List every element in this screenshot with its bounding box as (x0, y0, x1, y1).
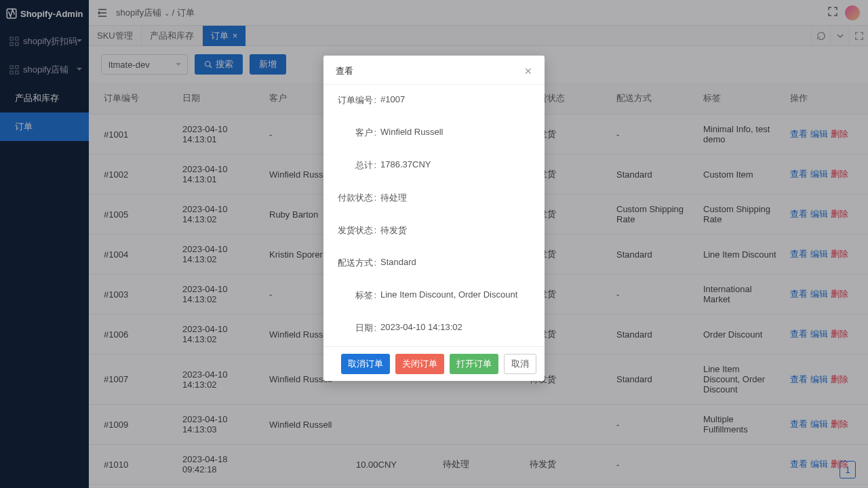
detail-label-pay: 付款状态 (336, 192, 376, 204)
detail-label-cust: 客户 (336, 127, 376, 139)
dismiss-button[interactable]: 取消 (504, 354, 536, 374)
open-order-button[interactable]: 打开订单 (450, 354, 498, 374)
detail-label-total: 总计 (336, 159, 376, 171)
detail-label-date: 日期 (336, 322, 376, 334)
close-icon[interactable]: ✕ (524, 66, 532, 77)
detail-label-id: 订单编号 (336, 94, 376, 106)
cancel-order-button[interactable]: 取消订单 (341, 354, 390, 374)
detail-val-cust: Winfield Russell (380, 127, 443, 139)
detail-val-date: 2023-04-10 14:13:02 (380, 322, 462, 334)
dialog-body: 订单编号#1007 客户Winfield Russell 总计1786.37CN… (323, 85, 545, 346)
detail-label-fulfil: 发货状态 (336, 224, 376, 237)
detail-label-tag: 标签 (336, 289, 376, 302)
view-dialog: 查看 ✕ 订单编号#1007 客户Winfield Russell 总计1786… (323, 56, 545, 381)
close-order-button[interactable]: 关闭订单 (395, 354, 444, 374)
detail-val-ship: Standard (380, 257, 416, 269)
dialog-footer: 取消订单 关闭订单 打开订单 取消 (323, 346, 545, 381)
detail-label-ship: 配送方式 (336, 257, 376, 269)
detail-val-pay: 待处理 (380, 192, 407, 204)
detail-val-total: 1786.37CNY (380, 159, 431, 171)
detail-val-tag: Line Item Discount, Order Discount (380, 289, 517, 302)
detail-val-fulfil: 待发货 (380, 224, 407, 237)
dialog-title: 查看 (336, 65, 353, 77)
detail-val-id: #1007 (380, 94, 405, 106)
dialog-header: 查看 ✕ (323, 56, 545, 85)
